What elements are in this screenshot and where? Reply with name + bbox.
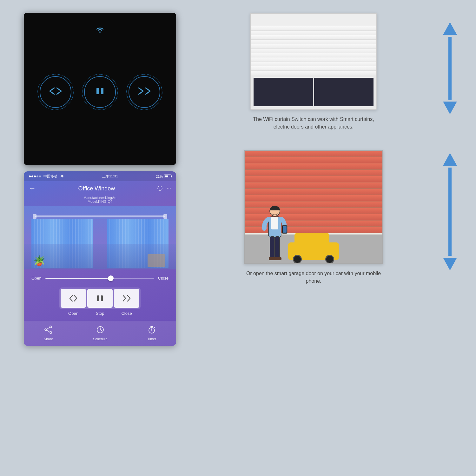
svg-point-6 [45, 329, 47, 331]
close-btn-label: Close [114, 311, 139, 316]
svg-rect-4 [101, 295, 103, 301]
panel-stop-button[interactable] [84, 76, 116, 108]
shutter-slatrow [251, 66, 376, 71]
panel-open-button[interactable] [40, 76, 71, 108]
info-icon[interactable]: ⓘ [157, 185, 162, 192]
shutter-slatrow [251, 53, 376, 57]
battery-area: 21% [156, 175, 171, 178]
shutter-window [251, 75, 376, 109]
person-svg [261, 205, 289, 262]
svg-rect-23 [275, 236, 280, 259]
shutter-slatrow [251, 40, 376, 44]
signal-dot-4 [36, 175, 38, 177]
shutter-caption: The WiFi curtain Switch can work with Sm… [250, 116, 377, 131]
svg-rect-22 [270, 236, 274, 259]
timer-icon [148, 326, 156, 336]
signal-dot-1 [29, 175, 31, 177]
stop-btn-label: Stop [87, 311, 113, 316]
signal-dot-5 [39, 175, 41, 177]
status-bar: 中国移动 上午11:31 21% [24, 171, 176, 181]
shutter-slatrow [251, 31, 376, 35]
svg-point-7 [50, 332, 52, 334]
garage-slatrow [245, 163, 382, 170]
share-icon [44, 326, 53, 336]
app-open-button[interactable] [61, 289, 86, 308]
shutter-glass-left [254, 78, 313, 106]
shutter-slatrow [251, 26, 376, 31]
time-display: 上午11:31 [102, 174, 118, 179]
slider-thumb[interactable] [108, 275, 114, 281]
slider-track[interactable] [45, 278, 154, 279]
garage-container: Or open the smart garage door on your ca… [197, 150, 430, 285]
phone-screen: 中国移动 上午11:31 21% ← Office Window [24, 171, 176, 346]
header-icons: ⓘ ··· [157, 185, 171, 192]
shutter-slatrow [251, 62, 376, 66]
signal-dot-3 [34, 175, 36, 177]
svg-point-5 [50, 326, 52, 328]
switch-panel [24, 13, 176, 165]
back-button[interactable]: ← [29, 184, 36, 193]
svg-rect-25 [274, 257, 281, 260]
slider-close-label: Close [158, 276, 169, 281]
nav-schedule[interactable]: Schedule [93, 326, 108, 341]
car-top [294, 233, 329, 244]
svg-rect-3 [97, 295, 99, 301]
car-wheel-right [325, 255, 334, 264]
carrier-label: 中国移动 [43, 174, 57, 179]
curtain-slider-section: Open Close [24, 269, 176, 284]
arrow-shaft [448, 37, 452, 100]
car-illustration [288, 242, 339, 260]
nav-timer[interactable]: Timer [147, 326, 156, 341]
svg-rect-21 [283, 226, 287, 233]
shutter-arrows [443, 13, 457, 114]
manufacturer-label: Manufacturer:KingArt [24, 196, 176, 200]
wifi-status-icon [60, 175, 64, 178]
garage-slatrow [245, 170, 382, 176]
shutter-container: The WiFi curtain Switch can work with Sm… [197, 13, 430, 131]
schedule-icon [96, 326, 104, 336]
room-table [148, 254, 165, 267]
panel-close-button[interactable] [129, 76, 160, 108]
shutter-slats [251, 26, 376, 75]
schedule-label: Schedule [93, 337, 108, 341]
shutter-slatrow [251, 35, 376, 40]
open-btn-label: Open [61, 311, 86, 316]
timer-label: Timer [147, 337, 156, 341]
garage-arrow-shaft [448, 168, 452, 256]
shutter-slatrow [251, 49, 376, 53]
app-title: Office Window [78, 185, 115, 192]
garage-frame [244, 150, 383, 264]
status-left: 中国移动 [29, 174, 64, 179]
share-label: Share [44, 337, 53, 341]
car-body [288, 242, 339, 260]
shutter-glass-right [314, 78, 374, 106]
car-wheel-left [293, 255, 302, 264]
svg-line-16 [154, 327, 155, 328]
more-icon[interactable]: ··· [167, 185, 171, 192]
shutter-section: The WiFi curtain Switch can work with Sm… [197, 13, 457, 131]
down-arrow-icon [443, 102, 457, 114]
shutter-housing [251, 14, 376, 26]
shutter-slatrow [251, 71, 376, 75]
shutter-slatrow [251, 44, 376, 49]
shutter-slatrow [251, 57, 376, 62]
svg-rect-19 [271, 217, 278, 229]
bottom-nav: Share Schedule [24, 321, 176, 346]
nav-share[interactable]: Share [44, 326, 53, 341]
curtain-rail [35, 215, 165, 217]
app-close-button[interactable] [114, 289, 139, 308]
control-buttons-row [59, 288, 141, 309]
model-label: Model:KING-Q4 [24, 200, 176, 203]
garage-slatrow [245, 151, 382, 157]
device-info: Manufacturer:KingArt Model:KING-Q4 [24, 196, 176, 206]
svg-line-8 [47, 327, 50, 329]
signal-dots [29, 175, 41, 177]
wifi-icon [95, 25, 105, 36]
app-stop-button[interactable] [87, 289, 113, 308]
svg-line-9 [47, 330, 50, 332]
slider-fill [45, 278, 111, 279]
phone-header: ← Office Window ⓘ ··· [24, 181, 176, 196]
left-column: 中国移动 上午11:31 21% ← Office Window [24, 13, 176, 346]
up-arrow-icon [443, 22, 457, 35]
garage-slatrow [245, 157, 382, 163]
